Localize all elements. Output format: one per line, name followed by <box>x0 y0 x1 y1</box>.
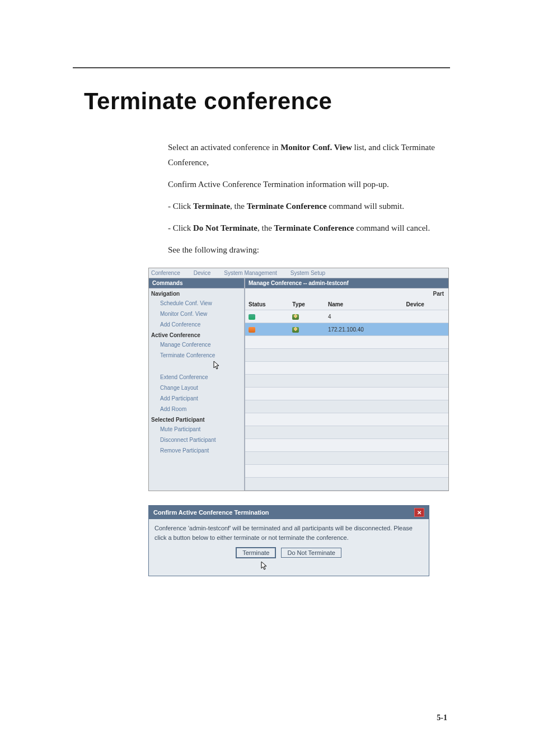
rule-top <box>73 67 450 68</box>
cursor-icon <box>261 561 534 572</box>
terminate-button[interactable]: Terminate <box>236 548 275 558</box>
sidebar-item-schedule-conf-view[interactable]: Schedule Conf. View <box>149 298 244 309</box>
table-row[interactable] <box>245 413 448 426</box>
table-row[interactable] <box>245 465 448 478</box>
sidebar-item-disconnect-participant[interactable]: Disconnect Participant <box>149 435 244 445</box>
call-icon <box>249 314 255 320</box>
col-type[interactable]: Type <box>289 299 325 310</box>
sidebar-section-navigation: Navigation <box>149 288 244 298</box>
content-panel: Manage Conference -- admin-testconf Part… <box>245 278 448 491</box>
table-row[interactable] <box>245 452 448 465</box>
sidebar-item-mute-participant[interactable]: Mute Participant <box>149 424 244 435</box>
table-row[interactable] <box>245 336 448 349</box>
cell-device <box>403 310 448 323</box>
text: , the <box>257 223 274 232</box>
menu-system-setup[interactable]: System Setup <box>291 270 325 276</box>
table-row-selected[interactable]: 172.21.100.40 <box>245 323 448 336</box>
body-text: Select an activated conference in Monito… <box>168 140 444 258</box>
table-row[interactable] <box>245 388 448 400</box>
col-name[interactable]: Name <box>325 299 403 310</box>
content-header: Manage Conference -- admin-testconf <box>245 278 448 288</box>
sidebar-item-remove-participant[interactable]: Remove Participant <box>149 445 244 456</box>
text: Select an activated conference in <box>168 143 280 152</box>
dialog-body: Conference 'admin-testconf' will be term… <box>149 519 429 543</box>
page-title: Terminate conference <box>84 88 534 115</box>
menu-conference[interactable]: Conference <box>151 270 180 276</box>
text: , the <box>230 202 247 211</box>
menu-system-management[interactable]: System Management <box>224 270 277 276</box>
table-row[interactable] <box>245 439 448 452</box>
confirm-dialog: Confirm Active Conference Termination ✕ … <box>148 505 429 576</box>
table-row[interactable] <box>245 478 448 491</box>
cursor-icon <box>213 361 308 372</box>
sidebar-item-change-layout[interactable]: Change Layout <box>149 382 244 393</box>
sidebar-item-terminate-conference[interactable]: Terminate Conference <box>149 350 244 361</box>
sidebar-section-active-conference: Active Conference <box>149 330 244 339</box>
see-drawing: See the following drawing: <box>168 242 444 258</box>
col-status[interactable]: Status <box>245 299 289 310</box>
text-bold: Monitor Conf. View <box>280 143 352 152</box>
bullet-do-not-terminate: - Click Do Not Terminate, the Terminate … <box>168 221 444 236</box>
app-screenshot: Conference Device System Management Syst… <box>148 268 449 491</box>
text-bold: Terminate Conference <box>274 223 354 232</box>
text: command will submit. <box>327 202 404 211</box>
cell-device <box>403 323 448 336</box>
table-row[interactable] <box>245 349 448 362</box>
cell-type <box>289 310 325 323</box>
call-icon <box>249 327 255 333</box>
text: - Click <box>168 223 193 232</box>
col-device[interactable]: Device <box>403 299 448 310</box>
text: command will cancel. <box>354 223 430 232</box>
table-row[interactable]: 4 <box>245 310 448 323</box>
sidebar-item-manage-conference[interactable]: Manage Conference <box>149 339 244 350</box>
bullet-terminate: - Click Terminate, the Terminate Confere… <box>168 199 444 214</box>
person-icon <box>292 314 299 320</box>
do-not-terminate-button[interactable]: Do Not Terminate <box>281 548 341 558</box>
text: - Click <box>168 202 193 211</box>
cell-status <box>245 323 289 336</box>
text-bold: Terminate Conference <box>247 202 327 211</box>
part-label: Part <box>245 288 448 299</box>
cell-status <box>245 310 289 323</box>
cell-type <box>289 323 325 336</box>
cell-name: 4 <box>325 310 403 323</box>
sidebar-item-add-participant[interactable]: Add Participant <box>149 393 244 404</box>
page-number: 5-1 <box>437 713 447 722</box>
menubar: Conference Device System Management Syst… <box>149 268 448 278</box>
table-row[interactable] <box>245 426 448 439</box>
text-bold: Do Not Terminate <box>193 223 257 232</box>
dialog-title: Confirm Active Conference Termination <box>153 509 269 516</box>
intro-paragraph-2: Confirm Active Conference Termination in… <box>168 177 444 192</box>
sidebar-item-monitor-conf-view[interactable]: Monitor Conf. View <box>149 309 244 319</box>
person-icon <box>292 327 299 333</box>
table-row[interactable] <box>245 375 448 388</box>
sidebar-item-add-room[interactable]: Add Room <box>149 404 244 414</box>
table-row[interactable] <box>245 400 448 413</box>
sidebar-item-extend-conference[interactable]: Extend Conference <box>149 372 244 382</box>
close-icon[interactable]: ✕ <box>414 508 424 517</box>
intro-paragraph-1: Select an activated conference in Monito… <box>168 140 444 170</box>
sidebar: Commands Navigation Schedule Conf. View … <box>149 278 245 491</box>
menu-device[interactable]: Device <box>194 270 211 276</box>
text-bold: Terminate <box>193 202 230 211</box>
dialog-titlebar: Confirm Active Conference Termination ✕ <box>149 506 429 519</box>
sidebar-section-selected-participant: Selected Participant <box>149 414 244 424</box>
sidebar-header: Commands <box>149 278 244 288</box>
sidebar-item-add-conference[interactable]: Add Conference <box>149 319 244 330</box>
participants-table: Status Type Name Device 4 <box>245 299 448 491</box>
cell-name: 172.21.100.40 <box>325 323 403 336</box>
